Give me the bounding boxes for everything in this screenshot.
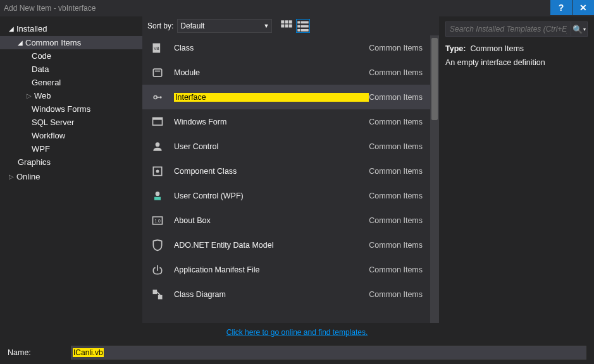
template-category: Common Items bbox=[369, 241, 423, 250]
svg-rect-2 bbox=[289, 20, 292, 23]
template-icon bbox=[150, 139, 165, 154]
window-title: Add New Item - vbInterface bbox=[4, 4, 96, 13]
tree-common-items[interactable]: ◢Common Items bbox=[0, 36, 142, 49]
svg-rect-7 bbox=[301, 21, 309, 24]
svg-text:1.0: 1.0 bbox=[154, 219, 161, 223]
svg-rect-25 bbox=[154, 197, 161, 200]
svg-rect-10 bbox=[298, 29, 300, 32]
template-windows-form[interactable]: Windows FormCommon Items bbox=[142, 109, 430, 134]
template-name: Module bbox=[174, 68, 369, 77]
template-user-control-wpf-[interactable]: User Control (WPF)Common Items bbox=[142, 183, 430, 208]
svg-point-17 bbox=[159, 96, 161, 98]
template-category: Common Items bbox=[369, 93, 423, 102]
template-category: Common Items bbox=[369, 68, 423, 77]
view-grid-button[interactable] bbox=[280, 19, 294, 33]
template-name: Windows Form bbox=[174, 118, 369, 126]
description: An empty interface definition bbox=[445, 58, 588, 67]
template-icon: 1.0 bbox=[150, 213, 165, 228]
template-icon bbox=[150, 90, 165, 105]
svg-point-21 bbox=[156, 142, 160, 147]
svg-rect-8 bbox=[298, 25, 300, 28]
svg-rect-14 bbox=[153, 69, 161, 76]
svg-rect-3 bbox=[282, 25, 285, 28]
template-icon bbox=[150, 188, 165, 203]
svg-rect-28 bbox=[153, 289, 158, 294]
svg-point-23 bbox=[156, 169, 159, 173]
template-class[interactable]: VBClassCommon Items bbox=[142, 35, 430, 60]
template-name: ADO.NET Entity Data Model bbox=[174, 241, 369, 250]
sidebar: ◢Installed ◢Common Items Code Data Gener… bbox=[0, 16, 142, 323]
svg-rect-0 bbox=[282, 20, 285, 23]
type-label: Type: bbox=[445, 44, 466, 53]
template-name: Component Class bbox=[174, 167, 369, 176]
svg-rect-6 bbox=[298, 21, 300, 24]
template-category: Common Items bbox=[369, 191, 423, 200]
name-label: Name: bbox=[8, 348, 39, 357]
tree-item-code[interactable]: Code bbox=[0, 49, 142, 63]
detail-pane: 🔍▾ Type: Common Items An empty interface… bbox=[439, 16, 594, 323]
template-icon bbox=[150, 262, 165, 277]
toolbar: Sort by: Default▼ bbox=[142, 16, 439, 35]
scrollbar-thumb[interactable] bbox=[431, 38, 438, 120]
tree-item-web[interactable]: ▷Web bbox=[0, 89, 142, 102]
template-name: Class bbox=[174, 44, 369, 52]
tree-item-wpf[interactable]: WPF bbox=[0, 142, 142, 155]
search-icon: 🔍 bbox=[572, 25, 583, 34]
tree-item-data[interactable]: Data bbox=[0, 63, 142, 76]
tree-online[interactable]: ▷Online bbox=[0, 170, 142, 183]
svg-rect-11 bbox=[301, 29, 309, 32]
template-icon: VB bbox=[150, 40, 165, 56]
template-class-diagram[interactable]: Class DiagramCommon Items bbox=[142, 282, 430, 306]
chevron-right-icon: ▷ bbox=[9, 173, 14, 180]
template-component-class[interactable]: Component ClassCommon Items bbox=[142, 159, 430, 183]
tree-item-workflow[interactable]: Workflow bbox=[0, 129, 142, 142]
scrollbar[interactable] bbox=[430, 35, 439, 323]
svg-rect-4 bbox=[285, 25, 288, 28]
template-icon bbox=[150, 287, 165, 302]
template-icon bbox=[150, 238, 165, 253]
svg-line-30 bbox=[157, 291, 160, 294]
name-input[interactable]: ICanli.vb bbox=[71, 346, 586, 360]
template-category: Common Items bbox=[369, 44, 423, 52]
template-category: Common Items bbox=[369, 216, 423, 225]
template-category: Common Items bbox=[369, 290, 423, 299]
template-interface[interactable]: InterfaceCommon Items bbox=[142, 85, 430, 109]
svg-rect-1 bbox=[285, 20, 288, 23]
view-list-button[interactable] bbox=[296, 19, 310, 33]
template-name: Class Diagram bbox=[174, 290, 369, 299]
template-category: Common Items bbox=[369, 142, 423, 151]
svg-text:VB: VB bbox=[154, 46, 159, 51]
template-ado-net-entity-data-model[interactable]: ADO.NET Entity Data ModelCommon Items bbox=[142, 233, 430, 257]
type-value: Common Items bbox=[470, 44, 524, 53]
template-name: User Control (WPF) bbox=[174, 191, 369, 200]
template-category: Common Items bbox=[369, 167, 423, 176]
close-button[interactable]: ✕ bbox=[572, 0, 594, 15]
svg-rect-29 bbox=[158, 294, 163, 299]
template-list[interactable]: VBClassCommon ItemsModuleCommon ItemsInt… bbox=[142, 35, 430, 323]
titlebar: Add New Item - vbInterface ? ✕ bbox=[0, 0, 594, 16]
chevron-down-icon: ▼ bbox=[263, 23, 269, 29]
template-module[interactable]: ModuleCommon Items bbox=[142, 60, 430, 85]
template-category: Common Items bbox=[369, 265, 423, 274]
template-icon bbox=[150, 164, 165, 179]
help-button[interactable]: ? bbox=[550, 0, 572, 15]
svg-point-16 bbox=[154, 95, 157, 99]
template-about-box[interactable]: 1.0About BoxCommon Items bbox=[142, 208, 430, 233]
tree-item-winforms[interactable]: Windows Forms bbox=[0, 102, 142, 116]
search-button[interactable]: 🔍▾ bbox=[571, 21, 588, 37]
online-templates-link[interactable]: Click here to go online and find templat… bbox=[226, 328, 368, 337]
online-link-row: Click here to go online and find templat… bbox=[0, 323, 594, 342]
template-application-manifest-file[interactable]: Application Manifest FileCommon Items bbox=[142, 257, 430, 282]
tree-item-sql[interactable]: SQL Server bbox=[0, 116, 142, 129]
template-name: About Box bbox=[174, 216, 369, 225]
sortby-dropdown[interactable]: Default▼ bbox=[177, 19, 272, 33]
tree-graphics[interactable]: Graphics bbox=[0, 155, 142, 169]
tree-installed[interactable]: ◢Installed bbox=[0, 21, 142, 36]
template-category: Common Items bbox=[369, 118, 423, 126]
template-user-control[interactable]: User ControlCommon Items bbox=[142, 134, 430, 159]
search-input[interactable] bbox=[445, 21, 571, 37]
template-name: Interface bbox=[174, 93, 369, 102]
svg-rect-9 bbox=[301, 25, 309, 28]
tree-item-general[interactable]: General bbox=[0, 76, 142, 89]
svg-rect-5 bbox=[289, 25, 292, 28]
